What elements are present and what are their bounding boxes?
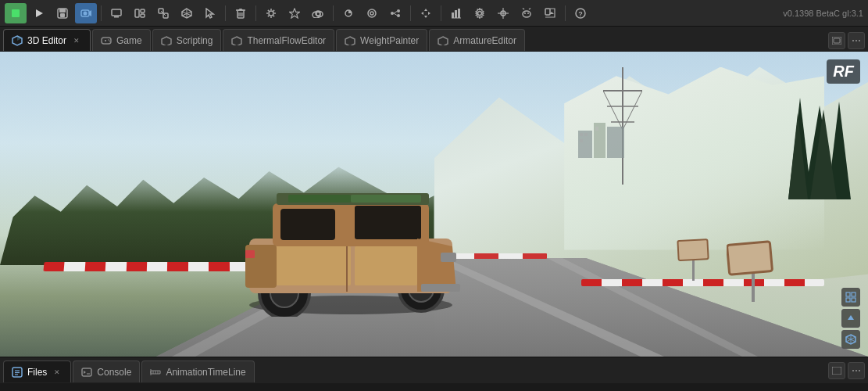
- svg-marker-140: [84, 371, 86, 374]
- svg-rect-113: [351, 195, 421, 203]
- bottom-expand-button[interactable]: [828, 362, 845, 379]
- tab-scripting[interactable]: Scripting: [152, 29, 222, 51]
- top-toolbar: ? v0.1398 BetaC gl:3.1: [0, 0, 868, 27]
- svg-rect-51: [458, 9, 460, 18]
- mesh-button[interactable]: [176, 3, 198, 23]
- svg-rect-12: [141, 14, 145, 17]
- tab-weight-painter-label: WeightPainter: [360, 35, 419, 46]
- svg-rect-104: [280, 209, 335, 240]
- svg-rect-10: [135, 9, 139, 17]
- star-button[interactable]: [284, 3, 305, 23]
- tab-3d-editor-close[interactable]: ✕: [71, 35, 82, 46]
- help-button[interactable]: ?: [570, 3, 591, 23]
- viewport-nav-arrow-up[interactable]: [841, 309, 860, 328]
- svg-rect-62: [545, 9, 550, 15]
- svg-marker-76: [438, 37, 448, 45]
- sun-button[interactable]: [260, 3, 282, 23]
- svg-rect-4: [60, 13, 65, 17]
- tab-3d-editor[interactable]: 3D Editor ✕: [3, 29, 91, 51]
- bottom-more-button[interactable]: ⋯: [848, 362, 865, 379]
- svg-rect-122: [580, 133, 583, 136]
- svg-marker-1: [36, 9, 43, 17]
- svg-rect-50: [455, 10, 457, 18]
- trees-right: [788, 98, 851, 199]
- select-button[interactable]: [199, 3, 221, 23]
- save-button[interactable]: [52, 3, 73, 23]
- svg-line-46: [394, 11, 397, 13]
- barrier-right: [581, 279, 824, 286]
- svg-marker-73: [162, 37, 171, 45]
- bottom-tab-console[interactable]: Console: [73, 361, 140, 382]
- tab-expand-button[interactable]: [828, 32, 845, 49]
- tab-scripting-label: Scripting: [177, 35, 213, 46]
- svg-rect-11: [141, 9, 145, 13]
- bottom-tab-animation[interactable]: AnimationTimeLine: [141, 361, 254, 382]
- nodes-button[interactable]: [384, 3, 406, 23]
- separator-1: [101, 5, 102, 21]
- settings-button[interactable]: [492, 3, 514, 23]
- viewport-nav: [841, 288, 860, 349]
- tab-more-button[interactable]: ⋯: [848, 32, 865, 49]
- bottom-tab-console-label: Console: [97, 367, 131, 378]
- delete-button[interactable]: [230, 3, 252, 23]
- svg-line-32: [268, 9, 269, 10]
- svg-marker-20: [206, 9, 213, 18]
- tab-thermal-flow[interactable]: ThermalFlowEditor: [223, 29, 334, 51]
- bottom-end-buttons: ⋯: [828, 361, 865, 379]
- transform-button[interactable]: [152, 3, 174, 23]
- svg-line-60: [523, 8, 524, 9]
- svg-rect-112: [245, 250, 255, 258]
- tab-weight-painter-icon: [345, 35, 355, 46]
- tab-3d-editor-label: 3D Editor: [27, 35, 66, 46]
- android-button[interactable]: [516, 3, 538, 23]
- viewport-nav-grid[interactable]: [841, 288, 860, 307]
- cloud-button[interactable]: [307, 3, 329, 23]
- viewport[interactable]: RF: [0, 52, 868, 357]
- tab-game[interactable]: Game: [92, 29, 151, 51]
- svg-marker-48: [421, 9, 430, 18]
- svg-rect-105: [355, 206, 421, 239]
- svg-point-7: [84, 11, 88, 15]
- svg-rect-139: [82, 368, 91, 376]
- tab-bar: 3D Editor ✕ Game Scripting ThermalFlowEd…: [0, 27, 868, 52]
- svg-rect-23: [239, 9, 242, 10]
- move-button[interactable]: [415, 3, 437, 23]
- separator-5: [410, 5, 411, 21]
- svg-rect-128: [846, 298, 850, 302]
- bottom-tab-animation-label: AnimationTimeLine: [166, 367, 245, 378]
- chart-button[interactable]: [445, 3, 467, 23]
- svg-text:?: ?: [578, 10, 583, 18]
- svg-rect-126: [846, 292, 850, 296]
- svg-rect-92: [692, 257, 695, 281]
- play-button[interactable]: [28, 3, 50, 23]
- version-label: v0.1398 BetaC gl:3.1: [783, 9, 863, 18]
- bottom-tab-files-close[interactable]: ✕: [52, 367, 63, 378]
- camera-button[interactable]: [75, 3, 97, 23]
- svg-rect-129: [852, 298, 855, 302]
- svg-point-41: [368, 9, 376, 17]
- svg-rect-107: [288, 195, 351, 203]
- svg-point-71: [108, 39, 109, 41]
- viewport-nav-3d[interactable]: [841, 330, 860, 349]
- tab-game-label: Game: [116, 35, 142, 46]
- brightness-button[interactable]: [338, 3, 359, 23]
- bottom-bar: Files ✕ Console AnimationTimeLine ⋯: [0, 357, 868, 383]
- stop-button[interactable]: [5, 3, 27, 23]
- tab-armature-editor[interactable]: ArmatureEditor: [429, 29, 525, 51]
- svg-marker-36: [290, 9, 300, 18]
- svg-marker-74: [232, 37, 241, 45]
- export-button[interactable]: [539, 3, 561, 23]
- monitor-button[interactable]: [105, 3, 127, 23]
- tab-thermal-flow-label: ThermalFlowEditor: [247, 35, 326, 46]
- circle-button[interactable]: [361, 3, 383, 23]
- bottom-tab-files[interactable]: Files ✕: [3, 361, 71, 382]
- svg-line-61: [529, 8, 530, 9]
- tab-3d-editor-icon: [12, 35, 23, 46]
- gear-button[interactable]: [469, 3, 491, 23]
- separator-6: [441, 5, 441, 21]
- svg-marker-108: [417, 239, 456, 292]
- tab-weight-painter[interactable]: WeightPainter: [336, 29, 427, 51]
- layout-button[interactable]: [129, 3, 151, 23]
- tab-scripting-icon: [161, 35, 172, 46]
- background-buildings: [578, 119, 625, 158]
